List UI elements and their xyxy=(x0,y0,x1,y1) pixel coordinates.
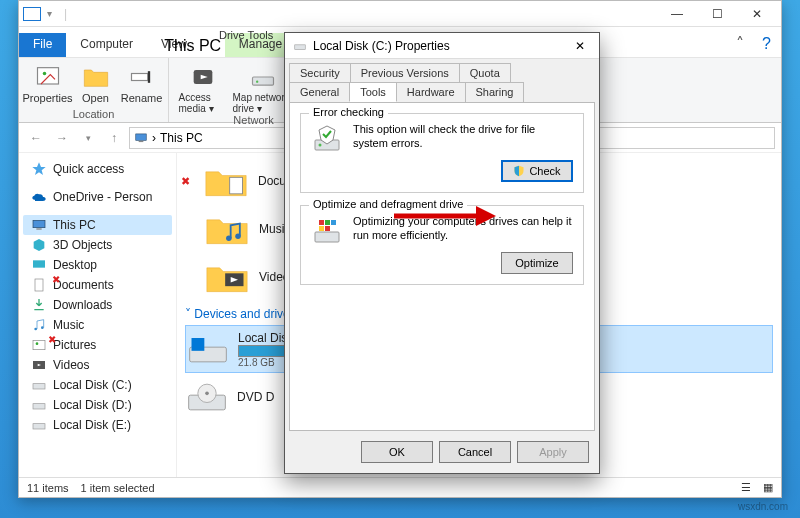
nav-local-d[interactable]: Local Disk (D:) xyxy=(23,395,172,415)
svg-rect-39 xyxy=(319,220,324,225)
svg-point-37 xyxy=(319,144,322,147)
svg-rect-0 xyxy=(37,68,58,84)
tab-previous-versions[interactable]: Previous Versions xyxy=(350,63,460,82)
svg-rect-15 xyxy=(35,279,43,291)
svg-marker-11 xyxy=(32,162,45,175)
view-tiles-icon[interactable]: ▦ xyxy=(763,481,773,494)
svg-rect-35 xyxy=(295,44,306,49)
svg-rect-12 xyxy=(33,220,45,227)
svg-rect-41 xyxy=(331,220,336,225)
svg-rect-3 xyxy=(147,71,149,83)
cancel-button[interactable]: Cancel xyxy=(439,441,511,463)
nav-local-c[interactable]: Local Disk (C:) xyxy=(23,375,172,395)
svg-point-19 xyxy=(36,342,39,345)
tab-quota[interactable]: Quota xyxy=(459,63,511,82)
ribbon-properties[interactable]: Properties xyxy=(24,60,72,104)
svg-rect-6 xyxy=(252,77,273,85)
breadcrumb-sep: › xyxy=(152,131,156,145)
tab-hardware[interactable]: Hardware xyxy=(396,82,466,102)
error-checking-desc: This option will check the drive for fil… xyxy=(353,122,573,151)
svg-rect-24 xyxy=(33,424,45,429)
svg-rect-23 xyxy=(33,404,45,409)
ribbon-collapse-icon[interactable]: ˄ xyxy=(728,30,752,57)
svg-point-34 xyxy=(205,392,209,396)
nav-this-pc[interactable]: This PC xyxy=(23,215,172,235)
view-details-icon[interactable]: ☰ xyxy=(741,481,751,494)
nav-back[interactable]: ← xyxy=(25,127,47,149)
nav-videos[interactable]: Videos xyxy=(23,355,172,375)
status-bar: 11 items 1 item selected ☰ ▦ xyxy=(19,477,781,497)
svg-rect-42 xyxy=(319,226,324,231)
nav-pictures[interactable]: Pictures✖ xyxy=(23,335,172,355)
tab-tools[interactable]: Tools xyxy=(349,82,397,102)
svg-point-1 xyxy=(42,72,46,76)
help-icon[interactable]: ? xyxy=(752,31,781,57)
error-checking-title: Error checking xyxy=(309,106,388,118)
svg-point-17 xyxy=(41,326,44,329)
check-button[interactable]: Check xyxy=(501,160,573,182)
nav-local-e[interactable]: Local Disk (E:) xyxy=(23,415,172,435)
drive-icon xyxy=(293,39,307,53)
qat-dropdown-icon[interactable]: ▾ xyxy=(47,8,52,19)
dialog-close-button[interactable]: ✕ xyxy=(569,39,591,53)
tab-computer[interactable]: Computer xyxy=(66,33,147,57)
nav-pane: Quick access OneDrive - Person This PC 3… xyxy=(19,153,177,477)
nav-recent-icon[interactable]: ▾ xyxy=(77,127,99,149)
nav-quick-access[interactable]: Quick access xyxy=(23,159,172,179)
nav-desktop[interactable]: Desktop xyxy=(23,255,172,275)
ribbon-rename[interactable]: Rename xyxy=(120,60,164,104)
tab-file[interactable]: File xyxy=(19,33,66,57)
svg-point-27 xyxy=(235,234,241,240)
tab-general[interactable]: General xyxy=(289,82,350,102)
qat-icon xyxy=(23,7,41,21)
nav-documents[interactable]: Documents✖ xyxy=(23,275,172,295)
dialog-titlebar: Local Disk (C:) Properties ✕ xyxy=(285,33,599,59)
svg-point-16 xyxy=(34,328,37,331)
nav-music[interactable]: Music xyxy=(23,315,172,335)
qat-sep: | xyxy=(64,7,67,21)
status-selection: 1 item selected xyxy=(81,482,155,494)
dialog-body: Error checking This option will check th… xyxy=(289,102,595,431)
close-button[interactable]: ✕ xyxy=(737,3,777,25)
nav-downloads[interactable]: Downloads xyxy=(23,295,172,315)
this-pc-icon xyxy=(134,131,148,145)
optimize-group: Optimize and defragment drive Optimizing… xyxy=(300,205,584,285)
ok-button[interactable]: OK xyxy=(361,441,433,463)
svg-point-26 xyxy=(226,235,232,241)
svg-rect-9 xyxy=(136,133,147,139)
watermark: wsxdn.com xyxy=(738,501,788,512)
shield-icon xyxy=(513,165,525,177)
svg-rect-40 xyxy=(325,220,330,225)
svg-rect-18 xyxy=(33,340,45,349)
optimize-desc: Optimizing your computer's drives can he… xyxy=(353,214,573,243)
ribbon-access-media[interactable]: Access media ▾ xyxy=(179,60,227,114)
nav-up[interactable]: ↑ xyxy=(103,127,125,149)
svg-rect-25 xyxy=(230,177,243,194)
apply-button[interactable]: Apply xyxy=(517,441,589,463)
svg-rect-31 xyxy=(192,338,205,351)
titlebar-tab: This PC xyxy=(164,37,221,55)
tab-security[interactable]: Security xyxy=(289,63,351,82)
ribbon-open[interactable]: Open xyxy=(78,60,114,104)
optimize-button[interactable]: Optimize xyxy=(501,252,573,274)
error-checking-group: Error checking This option will check th… xyxy=(300,113,584,193)
status-item-count: 11 items xyxy=(27,482,69,494)
defrag-icon xyxy=(311,214,343,246)
svg-rect-22 xyxy=(33,384,45,389)
breadcrumb-root[interactable]: This PC xyxy=(160,131,203,145)
tab-sharing[interactable]: Sharing xyxy=(465,82,525,102)
nav-forward[interactable]: → xyxy=(51,127,73,149)
svg-rect-43 xyxy=(325,226,330,231)
properties-dialog: Local Disk (C:) Properties ✕ Security Pr… xyxy=(284,32,600,474)
maximize-button[interactable]: ☐ xyxy=(697,3,737,25)
optimize-title: Optimize and defragment drive xyxy=(309,198,467,210)
svg-rect-2 xyxy=(131,74,147,81)
svg-rect-14 xyxy=(33,260,45,267)
nav-onedrive[interactable]: OneDrive - Person xyxy=(23,187,172,207)
error-check-icon xyxy=(311,122,343,154)
minimize-button[interactable]: — xyxy=(657,3,697,25)
svg-rect-13 xyxy=(36,228,41,229)
nav-3d-objects[interactable]: 3D Objects xyxy=(23,235,172,255)
svg-point-7 xyxy=(256,81,258,83)
dialog-button-row: OK Cancel Apply xyxy=(285,435,599,473)
